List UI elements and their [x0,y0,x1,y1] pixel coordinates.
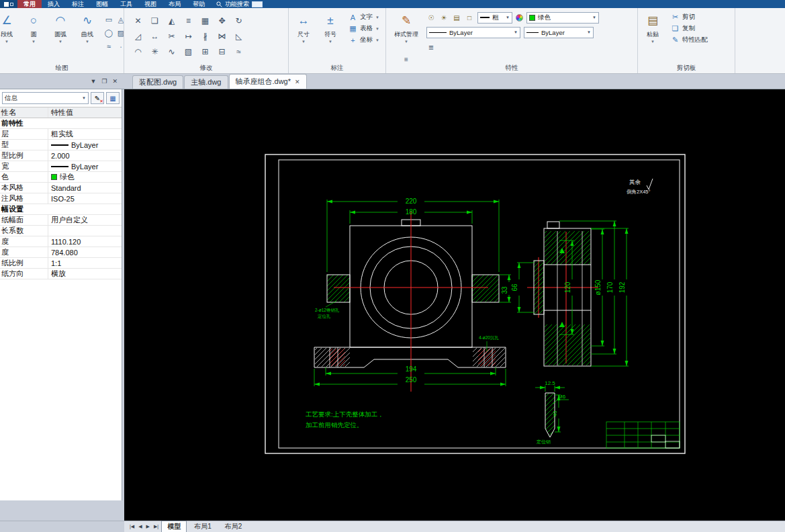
layout-tab-3[interactable]: 布局2 [219,521,248,532]
document-tab-1[interactable]: 装配图.dwg [132,75,183,89]
layer-print-icon[interactable]: ▤ [452,14,461,21]
modify-fillet-icon[interactable]: ◠ [130,44,146,59]
draw-spline-icon[interactable]: ≈ [103,40,115,53]
style-manager-button[interactable]: ✎ 样式管理 ▼ [393,10,420,60]
property-row-12[interactable]: 度1110.120 [0,236,122,247]
modify-copy-icon[interactable]: ❏ [146,13,163,28]
modify-move-icon[interactable]: ✥ [214,13,230,28]
modify-group-icon[interactable]: ⊞ [197,44,214,59]
property-row-6[interactable]: 色绿色 [0,172,122,183]
layer-sun-icon[interactable]: ☀ [439,14,449,21]
function-search[interactable]: 功能搜索 [211,0,268,8]
ribbon-tab-2[interactable]: 插入 [42,0,66,8]
modify-edit-spline-icon[interactable]: ≈ [230,44,247,59]
property-row-14[interactable]: 纸比例1:1 [0,258,122,269]
modify-scale-icon[interactable]: ◿ [130,28,146,44]
draw-circle-button[interactable]: ○圆▼ [20,10,47,60]
annotate-symbol-button[interactable]: ±符号▼ [317,10,344,60]
app-menu-button[interactable] [0,0,17,8]
modify-rotate-icon[interactable]: ↻ [230,13,247,28]
property-row-13[interactable]: 度784.080 [0,247,122,258]
clipboard-cut-button[interactable]: ✂剪切 [669,12,710,22]
modify-stretch-icon[interactable]: ↔ [146,28,163,44]
property-row-1[interactable]: 前特性 [0,118,122,129]
palette-pin-icon[interactable]: ❐ [101,78,107,85]
ribbon-filler [735,8,785,73]
modify-edit-hatch-icon[interactable]: ▧ [180,44,197,59]
modify-edit-polyline-icon[interactable]: ∿ [163,44,180,59]
modify-icons: ✕❏◭≡▦✥↻◿↔✂↦∦⋈◺◠✳∿▧⊞⊟≈ [130,13,247,59]
modify-join-icon[interactable]: ⋈ [214,28,230,44]
ribbon-tab-8[interactable]: 帮助 [187,0,211,8]
drawing-canvas[interactable]: 220 180 194 [124,89,785,521]
ribbon-tab-7[interactable]: 布局 [163,0,187,8]
property-row-2[interactable]: 层粗实线 [0,129,122,140]
annotate-coordinate-button[interactable]: +坐标▼ [347,35,381,45]
search-box[interactable] [252,1,263,7]
modify-offset-icon[interactable]: ≡ [180,13,197,28]
draw-polyline-button[interactable]: ∠段线▼ [0,10,20,60]
annotate-table-button[interactable]: ▦表格▼ [347,24,381,34]
modify-chamfer-icon[interactable]: ◺ [230,28,247,44]
property-row-5[interactable]: 宽ByLayer [0,161,122,172]
document-tab-2[interactable]: 主轴.dwg [184,75,228,89]
object-selector-combo[interactable]: 信息 ▼ [2,92,89,104]
nav-last-icon[interactable]: ▶| [152,524,160,529]
lineweight-list-icon[interactable]: ≣ [426,44,436,51]
palette-chevron-down-icon[interactable]: ▼ [90,78,96,85]
layout-tab-1[interactable]: 模型 [161,521,187,532]
linetype-combo[interactable]: ByLayer ▼ [426,27,520,38]
color-wheel-icon[interactable] [516,14,523,21]
close-icon[interactable]: ✕ [295,79,300,85]
clipboard-copy-button[interactable]: ❏复制 [669,24,710,34]
property-row-15[interactable]: 纸方向横放 [0,269,122,279]
ribbon-tab-5[interactable]: 工具 [114,0,138,8]
ribbon-tab-6[interactable]: 视图 [138,0,163,8]
property-row-7[interactable]: 本风格Standard [0,183,122,193]
nav-prev-icon[interactable]: ◀ [137,524,143,529]
clipboard-match-button[interactable]: ✎特性匹配 [669,35,710,45]
property-row-9[interactable]: 幅设置 [0,204,122,215]
draw-hatch-icon[interactable]: ▨ [115,26,124,40]
layer-freeze-icon[interactable]: □ [465,14,474,21]
layout-tab-2[interactable]: 布局1 [188,521,218,532]
draw-arc-button[interactable]: ◠圆弧▼ [47,10,74,60]
modify-ungroup-icon[interactable]: ⊟ [214,44,230,59]
color-combo[interactable]: 绿色 ▼ [526,12,599,24]
document-tab-3[interactable]: 轴承座组合.dwg*✕ [229,74,307,89]
ribbon-tab-4[interactable]: 图幅 [90,0,114,8]
annotate-text-button[interactable]: A文字▼ [347,12,381,22]
quick-select-icon[interactable]: ✎✕ [91,92,104,104]
palette-close-icon[interactable]: ✕ [112,78,118,85]
annotate-dimension-button[interactable]: ↔尺寸▼ [290,10,317,60]
draw-ellipse-icon[interactable]: ◯ [103,26,115,40]
style-list-button[interactable]: ≡ [402,56,411,63]
nav-first-icon[interactable]: |◀ [128,524,136,529]
modify-trim-icon[interactable]: ✂ [163,28,180,44]
draw-curve-button[interactable]: ∿曲线▼ [74,10,101,60]
property-row-4[interactable]: 型比例2.000 [0,150,122,161]
svg-text:180: 180 [406,208,417,216]
linetype2-combo[interactable]: ByLayer ▼ [524,27,594,38]
lineweight-combo[interactable]: 粗 ▼ [477,12,512,24]
property-row-8[interactable]: 注风格ISO-25 [0,193,122,204]
paste-button[interactable]: ▤ 粘贴 ▼ [639,10,666,60]
layer-bulb-icon[interactable]: ☉ [426,14,436,21]
modify-break-icon[interactable]: ∦ [197,28,214,44]
select-objects-icon[interactable]: ▦ [106,92,120,104]
nav-next-icon[interactable]: ▶ [145,524,151,529]
draw-point-icon[interactable]: ∙ [115,40,124,53]
modify-mirror-icon[interactable]: ◭ [163,13,180,28]
draw-rectangle-icon[interactable]: ▭ [103,13,115,26]
ribbon-tab-1[interactable]: 常用 [17,0,42,8]
draw-polygon-icon[interactable]: ◬ [115,13,124,26]
property-row-3[interactable]: 型ByLayer [0,140,122,150]
modify-array-icon[interactable]: ▦ [197,13,214,28]
modify-extend-icon[interactable]: ↦ [180,28,197,44]
modify-explode-icon[interactable]: ✳ [146,44,163,59]
property-row-10[interactable]: 纸幅面用户自定义 [0,215,122,226]
chevron-down-icon: ▼ [82,96,86,100]
modify-erase-icon[interactable]: ✕ [130,13,146,28]
property-row-11[interactable]: 长系数 [0,226,122,236]
ribbon-tab-3[interactable]: 标注 [66,0,90,8]
